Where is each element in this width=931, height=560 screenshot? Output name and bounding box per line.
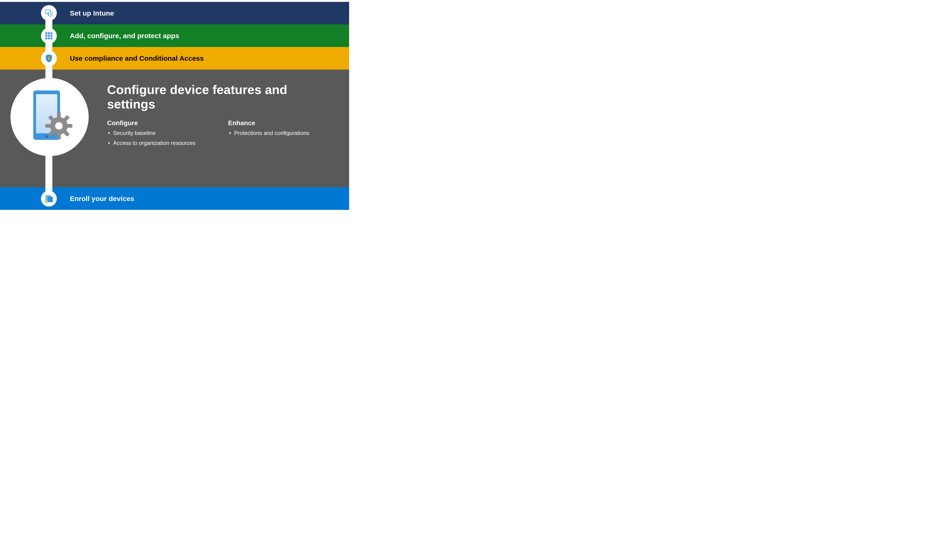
svg-rect-11 bbox=[51, 37, 52, 39]
svg-rect-3 bbox=[45, 32, 47, 34]
step-apps-circle bbox=[41, 28, 57, 44]
phone-gear-icon bbox=[22, 86, 77, 148]
svg-rect-4 bbox=[48, 32, 50, 34]
column-enhance: Enhance Protections and configurations bbox=[228, 119, 335, 149]
svg-rect-27 bbox=[48, 197, 53, 202]
step-setup-label: Set up Intune bbox=[70, 9, 114, 17]
step-enroll-label: Enroll your devices bbox=[70, 195, 134, 203]
step-apps-label: Add, configure, and protect apps bbox=[70, 32, 179, 40]
svg-point-25 bbox=[55, 122, 63, 129]
list-item: Access to organization resources bbox=[107, 139, 214, 147]
step-enroll-circle bbox=[41, 191, 57, 206]
svg-rect-9 bbox=[45, 37, 47, 39]
step-setup-circle bbox=[41, 5, 57, 21]
svg-rect-18 bbox=[57, 134, 61, 139]
column-configure-list: Security baseline Access to organization… bbox=[107, 129, 214, 147]
step-compliance-circle bbox=[41, 51, 57, 66]
active-step-title: Configure device features and settings bbox=[107, 82, 335, 111]
active-step-circle bbox=[11, 78, 89, 156]
svg-rect-20 bbox=[45, 124, 51, 128]
device-add-icon bbox=[44, 194, 54, 203]
column-configure-heading: Configure bbox=[107, 119, 214, 127]
monitor-device-icon bbox=[44, 8, 54, 18]
list-item: Security baseline bbox=[107, 129, 214, 137]
svg-point-15 bbox=[45, 135, 48, 138]
step-compliance-label: Use compliance and Conditional Access bbox=[70, 54, 204, 62]
column-enhance-heading: Enhance bbox=[228, 119, 335, 127]
active-columns: Configure Security baseline Access to or… bbox=[107, 119, 335, 149]
apps-grid-icon bbox=[45, 32, 53, 40]
svg-rect-17 bbox=[57, 112, 61, 118]
svg-rect-19 bbox=[67, 124, 72, 128]
svg-rect-6 bbox=[45, 35, 47, 37]
svg-rect-5 bbox=[51, 32, 52, 34]
active-step-content: Configure device features and settings C… bbox=[107, 69, 335, 149]
svg-rect-10 bbox=[48, 37, 50, 39]
column-configure: Configure Security baseline Access to or… bbox=[107, 119, 214, 149]
svg-rect-8 bbox=[51, 35, 52, 37]
svg-rect-7 bbox=[48, 35, 50, 37]
column-enhance-list: Protections and configurations bbox=[228, 129, 335, 137]
shield-lock-icon bbox=[45, 54, 53, 63]
list-item: Protections and configurations bbox=[228, 129, 335, 137]
intune-steps-diagram: Set up Intune Add, configure, and protec… bbox=[0, 0, 349, 210]
svg-rect-12 bbox=[48, 58, 50, 60]
